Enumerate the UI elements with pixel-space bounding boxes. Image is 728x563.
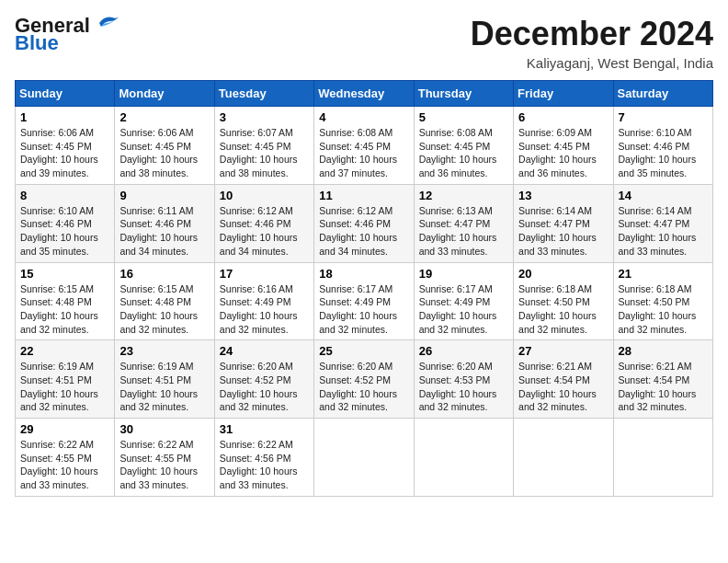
daylight-label: Daylight: 10 hours and 32 minutes. bbox=[20, 310, 98, 335]
day-number: 18 bbox=[319, 267, 408, 281]
sunrise-label: Sunrise: 6:20 AM bbox=[220, 361, 293, 372]
sunrise-label: Sunrise: 6:12 AM bbox=[319, 205, 392, 216]
daylight-label: Daylight: 10 hours and 32 minutes. bbox=[319, 388, 397, 413]
calendar-cell: 13 Sunrise: 6:14 AM Sunset: 4:47 PM Dayl… bbox=[514, 184, 613, 262]
daylight-label: Daylight: 10 hours and 36 minutes. bbox=[518, 154, 597, 178]
sunrise-label: Sunrise: 6:12 AM bbox=[220, 205, 293, 216]
sunrise-label: Sunrise: 6:10 AM bbox=[20, 205, 94, 216]
sunrise-label: Sunrise: 6:21 AM bbox=[619, 361, 692, 372]
day-number: 12 bbox=[419, 189, 508, 202]
sunrise-label: Sunrise: 6:15 AM bbox=[20, 283, 94, 294]
cell-info: Sunrise: 6:06 AM Sunset: 4:45 PM Dayligh… bbox=[20, 126, 109, 180]
week-row-2: 8 Sunrise: 6:10 AM Sunset: 4:46 PM Dayli… bbox=[16, 184, 713, 262]
week-row-3: 15 Sunrise: 6:15 AM Sunset: 4:48 PM Dayl… bbox=[16, 262, 713, 340]
sunset-label: Sunset: 4:45 PM bbox=[419, 141, 491, 152]
sunrise-label: Sunrise: 6:16 AM bbox=[220, 283, 293, 294]
cell-info: Sunrise: 6:11 AM Sunset: 4:46 PM Dayligh… bbox=[119, 204, 209, 259]
daylight-label: Daylight: 10 hours and 34 minutes. bbox=[319, 232, 397, 257]
cell-info: Sunrise: 6:16 AM Sunset: 4:49 PM Dayligh… bbox=[220, 282, 309, 337]
daylight-label: Daylight: 10 hours and 33 minutes. bbox=[419, 232, 497, 257]
sunset-label: Sunset: 4:46 PM bbox=[319, 218, 391, 229]
cell-info: Sunrise: 6:12 AM Sunset: 4:46 PM Dayligh… bbox=[220, 204, 309, 259]
sunrise-label: Sunrise: 6:20 AM bbox=[319, 361, 392, 372]
sunset-label: Sunset: 4:46 PM bbox=[20, 218, 92, 229]
sunset-label: Sunset: 4:46 PM bbox=[619, 141, 690, 152]
cell-info: Sunrise: 6:12 AM Sunset: 4:46 PM Dayligh… bbox=[319, 204, 408, 259]
day-number: 23 bbox=[119, 344, 209, 358]
cell-info: Sunrise: 6:22 AM Sunset: 4:55 PM Dayligh… bbox=[119, 438, 209, 492]
daylight-label: Daylight: 10 hours and 32 minutes. bbox=[319, 310, 397, 335]
daylight-label: Daylight: 10 hours and 32 minutes. bbox=[220, 388, 298, 413]
calendar-cell: 11 Sunrise: 6:12 AM Sunset: 4:46 PM Dayl… bbox=[314, 184, 414, 262]
day-number: 17 bbox=[220, 267, 309, 281]
calendar-cell: 24 Sunrise: 6:20 AM Sunset: 4:52 PM Dayl… bbox=[214, 340, 313, 419]
cell-info: Sunrise: 6:17 AM Sunset: 4:49 PM Dayligh… bbox=[319, 282, 408, 337]
sunrise-label: Sunrise: 6:17 AM bbox=[319, 283, 392, 294]
calendar-cell: 27 Sunrise: 6:21 AM Sunset: 4:54 PM Dayl… bbox=[514, 340, 613, 419]
month-title: December 2024 bbox=[471, 15, 713, 53]
header-monday: Monday bbox=[115, 81, 214, 107]
calendar-cell: 28 Sunrise: 6:21 AM Sunset: 4:54 PM Dayl… bbox=[613, 340, 712, 419]
day-number: 3 bbox=[220, 110, 309, 124]
sunset-label: Sunset: 4:46 PM bbox=[220, 218, 291, 229]
day-number: 14 bbox=[619, 189, 708, 202]
sunrise-label: Sunrise: 6:08 AM bbox=[319, 127, 392, 138]
daylight-label: Daylight: 10 hours and 33 minutes. bbox=[119, 465, 198, 490]
day-number: 22 bbox=[20, 344, 109, 358]
sunset-label: Sunset: 4:45 PM bbox=[220, 141, 291, 152]
header-thursday: Thursday bbox=[414, 81, 513, 107]
day-number: 31 bbox=[220, 422, 309, 436]
calendar-cell: 22 Sunrise: 6:19 AM Sunset: 4:51 PM Dayl… bbox=[16, 340, 115, 419]
sunset-label: Sunset: 4:45 PM bbox=[319, 141, 391, 152]
calendar-cell bbox=[314, 419, 414, 497]
calendar-cell bbox=[613, 419, 712, 497]
calendar-cell: 19 Sunrise: 6:17 AM Sunset: 4:49 PM Dayl… bbox=[414, 262, 513, 340]
day-number: 9 bbox=[119, 189, 209, 202]
daylight-label: Daylight: 10 hours and 33 minutes. bbox=[619, 232, 697, 257]
sunset-label: Sunset: 4:45 PM bbox=[518, 141, 590, 152]
sunset-label: Sunset: 4:47 PM bbox=[518, 218, 590, 229]
header-friday: Friday bbox=[514, 81, 613, 107]
cell-info: Sunrise: 6:18 AM Sunset: 4:50 PM Dayligh… bbox=[518, 282, 608, 337]
calendar-cell: 16 Sunrise: 6:15 AM Sunset: 4:48 PM Dayl… bbox=[115, 262, 214, 340]
sunrise-label: Sunrise: 6:14 AM bbox=[518, 205, 592, 216]
sunset-label: Sunset: 4:53 PM bbox=[419, 374, 491, 385]
sunset-label: Sunset: 4:54 PM bbox=[619, 374, 690, 385]
daylight-label: Daylight: 10 hours and 32 minutes. bbox=[518, 388, 597, 413]
daylight-label: Daylight: 10 hours and 32 minutes. bbox=[419, 388, 497, 413]
day-number: 6 bbox=[518, 110, 608, 124]
sunset-label: Sunset: 4:55 PM bbox=[119, 453, 191, 464]
cell-info: Sunrise: 6:13 AM Sunset: 4:47 PM Dayligh… bbox=[419, 204, 508, 259]
calendar-cell: 4 Sunrise: 6:08 AM Sunset: 4:45 PM Dayli… bbox=[314, 107, 414, 185]
day-number: 28 bbox=[619, 344, 708, 358]
day-number: 19 bbox=[419, 267, 508, 281]
daylight-label: Daylight: 10 hours and 32 minutes. bbox=[518, 310, 597, 335]
daylight-label: Daylight: 10 hours and 34 minutes. bbox=[220, 232, 298, 257]
cell-info: Sunrise: 6:09 AM Sunset: 4:45 PM Dayligh… bbox=[518, 126, 608, 180]
day-number: 16 bbox=[119, 267, 209, 281]
calendar-cell: 5 Sunrise: 6:08 AM Sunset: 4:45 PM Dayli… bbox=[414, 107, 513, 185]
cell-info: Sunrise: 6:18 AM Sunset: 4:50 PM Dayligh… bbox=[619, 282, 708, 337]
day-number: 2 bbox=[119, 110, 209, 124]
sunset-label: Sunset: 4:47 PM bbox=[419, 218, 491, 229]
cell-info: Sunrise: 6:14 AM Sunset: 4:47 PM Dayligh… bbox=[518, 204, 608, 259]
cell-info: Sunrise: 6:22 AM Sunset: 4:55 PM Dayligh… bbox=[20, 438, 109, 492]
day-number: 30 bbox=[119, 422, 209, 436]
calendar-cell: 18 Sunrise: 6:17 AM Sunset: 4:49 PM Dayl… bbox=[314, 262, 414, 340]
calendar-cell: 17 Sunrise: 6:16 AM Sunset: 4:49 PM Dayl… bbox=[214, 262, 313, 340]
day-number: 29 bbox=[20, 422, 109, 436]
cell-info: Sunrise: 6:06 AM Sunset: 4:45 PM Dayligh… bbox=[119, 126, 209, 180]
sunset-label: Sunset: 4:45 PM bbox=[20, 141, 92, 152]
sunset-label: Sunset: 4:49 PM bbox=[220, 296, 291, 307]
location: Kaliyaganj, West Bengal, India bbox=[471, 55, 713, 71]
logo-bird-icon bbox=[92, 14, 121, 34]
sunrise-label: Sunrise: 6:09 AM bbox=[518, 127, 592, 138]
sunset-label: Sunset: 4:50 PM bbox=[518, 296, 590, 307]
sunrise-label: Sunrise: 6:18 AM bbox=[518, 283, 592, 294]
sunset-label: Sunset: 4:47 PM bbox=[619, 218, 690, 229]
sunset-label: Sunset: 4:54 PM bbox=[518, 374, 590, 385]
daylight-label: Daylight: 10 hours and 33 minutes. bbox=[518, 232, 597, 257]
daylight-label: Daylight: 10 hours and 34 minutes. bbox=[119, 232, 198, 257]
calendar-cell: 23 Sunrise: 6:19 AM Sunset: 4:51 PM Dayl… bbox=[115, 340, 214, 419]
calendar-cell: 12 Sunrise: 6:13 AM Sunset: 4:47 PM Dayl… bbox=[414, 184, 513, 262]
